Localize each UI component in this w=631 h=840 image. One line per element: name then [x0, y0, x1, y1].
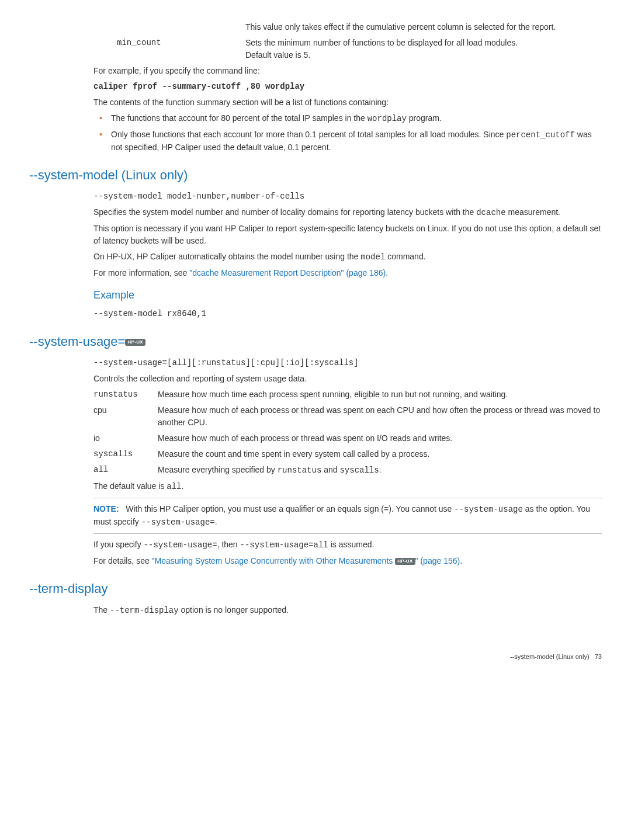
para: The --term-display option is no longer s… [93, 604, 602, 617]
example-code: --system-model rx8640,1 [93, 308, 602, 320]
def-desc-min-count-1: Sets the minimum number of functions to … [245, 37, 602, 49]
link-measuring-system-usage[interactable]: "Measuring System Usage Concurrently wit… [152, 556, 460, 565]
hpux-badge-icon: HP-UX [395, 558, 415, 565]
para: On HP-UX, HP Caliper automatically obtai… [93, 251, 602, 263]
heading-system-usage: --system-usage=HP-UX [29, 332, 602, 351]
para: Controls the collection and reporting of… [93, 373, 602, 385]
para: Specifies the system model number and nu… [93, 206, 602, 219]
def-io: io Measure how much of each process or t… [93, 432, 602, 445]
para: If you specify --system-usage=, then --s… [93, 539, 602, 551]
def-prev-desc: This value only takes effect if the cumu… [245, 21, 602, 33]
syntax-system-model: --system-model model-number,number-of-ce… [93, 190, 602, 203]
hpux-badge-icon: HP-UX [125, 339, 145, 346]
heading-example: Example [93, 287, 602, 303]
heading-term-display: --term-display [29, 579, 602, 598]
example-explain: The contents of the function summary sec… [93, 96, 602, 109]
link-dcache-report[interactable]: "dcache Measurement Report Description" … [189, 268, 386, 277]
para: This option is necessary if you want HP … [93, 223, 602, 247]
list-item: Only those functions that each account f… [93, 129, 602, 154]
para: For details, see "Measuring System Usage… [93, 555, 602, 567]
def-all: all Measure everything specified by runs… [93, 464, 602, 477]
def-desc-min-count-2: Default value is 5. [245, 49, 602, 61]
example-command: caliper fprof --summary-cutoff ,80 wordp… [93, 81, 602, 93]
note-block: NOTE: With this HP Caliper option, you m… [93, 498, 602, 534]
def-runstatus: runstatus Measure how much time each pro… [93, 388, 602, 401]
heading-system-model: --system-model (Linux only) [29, 165, 602, 185]
list-item: The functions that account for 80 percen… [93, 112, 602, 125]
def-min-count: min_count Sets the minimum number of fun… [117, 37, 602, 61]
example-intro: For example, if you specify the command … [93, 65, 602, 77]
para: The default value is all. [93, 480, 602, 493]
note-label: NOTE: [93, 504, 119, 513]
def-syscalls: syscalls Measure the count and time spen… [93, 448, 602, 460]
def-cpu: cpu Measure how much of each process or … [93, 404, 602, 429]
page-footer: --system-model (Linux only) 73 [29, 652, 602, 662]
def-term-min-count: min_count [117, 37, 245, 61]
syntax-system-usage: --system-usage=[all][:runstatus][:cpu][:… [93, 357, 602, 369]
def-min-count-cont: This value only takes effect if the cumu… [117, 21, 602, 33]
para: For more information, see "dcache Measur… [93, 267, 602, 279]
